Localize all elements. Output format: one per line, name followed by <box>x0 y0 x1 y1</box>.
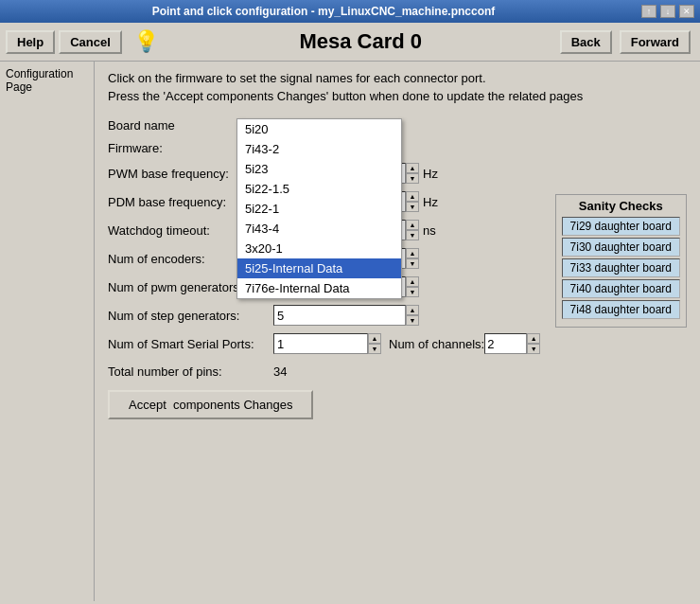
content-area: Click on the firmware to set the signal … <box>95 62 700 601</box>
smart-serial-up[interactable]: ▲ <box>368 333 381 344</box>
pwm-up[interactable]: ▲ <box>406 163 419 173</box>
smart-serial-row: Num of Smart Serial Ports: ▲ ▼ Num of ch… <box>108 331 687 356</box>
page-title: Mesa Card 0 <box>162 29 560 54</box>
main-content: ConfigurationPage Click on the firmware … <box>0 62 700 601</box>
info-line1: Click on the firmware to set the signal … <box>108 71 687 85</box>
accept-button[interactable]: Accept components Changes <box>108 390 313 419</box>
total-pins-value: 34 <box>273 364 287 379</box>
toolbar: Help Cancel 💡 Mesa Card 0 Back Forward <box>0 23 700 62</box>
watchdog-up[interactable]: ▲ <box>406 220 419 230</box>
sidebar: ConfigurationPage <box>0 62 95 601</box>
pdm-spin: ▲ ▼ <box>406 191 419 212</box>
watchdog-down[interactable]: ▼ <box>406 230 419 240</box>
channels-input[interactable] <box>484 333 527 354</box>
encoders-spin: ▲ ▼ <box>406 248 419 269</box>
sidebar-label: ConfigurationPage <box>6 67 73 94</box>
step-gen-label: Num of step generators: <box>108 309 273 323</box>
dropdown-item-5i22-1[interactable]: 5i22-1 <box>237 199 401 219</box>
pwm-unit: Hz <box>423 167 438 181</box>
watchdog-spin: ▲ ▼ <box>406 220 419 240</box>
dropdown-item-5i25[interactable]: 5i25-Internal Data <box>237 258 401 278</box>
sanity-item-4: 7i48 daughter board <box>562 300 680 319</box>
nav-buttons: Back Forward <box>560 30 694 54</box>
dropdown-item-7i43-2[interactable]: 7i43-2 <box>237 139 401 159</box>
channels-spin: ▲ ▼ <box>527 333 540 354</box>
minimize-button[interactable]: ↑ <box>641 5 656 18</box>
smart-serial-spin: ▲ ▼ <box>368 333 381 354</box>
help-button[interactable]: Help <box>6 30 55 54</box>
channels-up[interactable]: ▲ <box>527 333 540 344</box>
smart-serial-down[interactable]: ▼ <box>368 344 381 354</box>
title-bar-buttons: ↑ ↓ ✕ <box>641 5 694 18</box>
dropdown-item-5i20[interactable]: 5i20 <box>237 119 401 139</box>
encoders-up[interactable]: ▲ <box>406 248 419 258</box>
watchdog-unit: ns <box>423 223 436 238</box>
smart-serial-input[interactable] <box>273 333 368 354</box>
close-button[interactable]: ✕ <box>679 5 694 18</box>
lightbulb-icon: 💡 <box>131 27 162 57</box>
step-gen-input-wrap: ▲ ▼ <box>273 305 419 326</box>
sanity-title: Sanity Checks <box>562 199 680 213</box>
dropdown-item-5i22-15[interactable]: 5i22-1.5 <box>237 179 401 199</box>
encoders-down[interactable]: ▼ <box>406 258 419 269</box>
channels-down[interactable]: ▼ <box>527 344 540 354</box>
pwm-down[interactable]: ▼ <box>406 173 419 184</box>
total-pins-row: Total number of pins: 34 <box>108 360 687 382</box>
step-gen-spin: ▲ ▼ <box>406 305 419 326</box>
pwm-gen-spin: ▲ ▼ <box>406 276 419 297</box>
step-gen-input[interactable] <box>273 305 406 326</box>
info-line2: Press the 'Accept components Changes' bu… <box>108 89 687 103</box>
smart-serial-label: Num of Smart Serial Ports: <box>108 337 273 351</box>
smart-serial-wrap: ▲ ▼ Num of channels: ▲ ▼ <box>273 333 540 354</box>
title-bar-text: Point and click configuration - my_Linux… <box>6 5 641 18</box>
firmware-dropdown[interactable]: 5i20 7i43-2 5i23 5i22-1.5 5i22-1 7i43-4 … <box>236 118 402 299</box>
pwm-gen-up[interactable]: ▲ <box>406 276 419 287</box>
total-pins-label: Total number of pins: <box>108 364 273 379</box>
dropdown-item-5i23[interactable]: 5i23 <box>237 159 401 179</box>
channels-label: Num of channels: <box>389 337 484 351</box>
sanity-item-2: 7i33 daughter board <box>562 258 680 277</box>
step-gen-up[interactable]: ▲ <box>406 305 419 315</box>
pwm-gen-down[interactable]: ▼ <box>406 287 419 297</box>
pdm-unit: Hz <box>423 195 438 209</box>
dropdown-item-7i43-4[interactable]: 7i43-4 <box>237 219 401 239</box>
step-gen-down[interactable]: ▼ <box>406 315 419 326</box>
sanity-item-0: 7i29 daughter board <box>562 217 680 236</box>
dropdown-item-7i76e[interactable]: 7i76e-Internal Data <box>237 278 401 298</box>
sanity-item-1: 7i30 daughter board <box>562 238 680 257</box>
sanity-checks-box: Sanity Checks 7i29 daughter board 7i30 d… <box>555 194 687 328</box>
dropdown-item-3x20-1[interactable]: 3x20-1 <box>237 239 401 258</box>
back-button[interactable]: Back <box>560 30 612 54</box>
pdm-up[interactable]: ▲ <box>406 191 419 202</box>
cancel-button[interactable]: Cancel <box>59 30 122 54</box>
pwm-spin: ▲ ▼ <box>406 163 419 184</box>
title-bar: Point and click configuration - my_Linux… <box>0 0 700 23</box>
sanity-item-3: 7i40 daughter board <box>562 279 680 298</box>
forward-button[interactable]: Forward <box>620 30 691 54</box>
maximize-button[interactable]: ↓ <box>660 5 675 18</box>
pdm-down[interactable]: ▼ <box>406 202 419 212</box>
